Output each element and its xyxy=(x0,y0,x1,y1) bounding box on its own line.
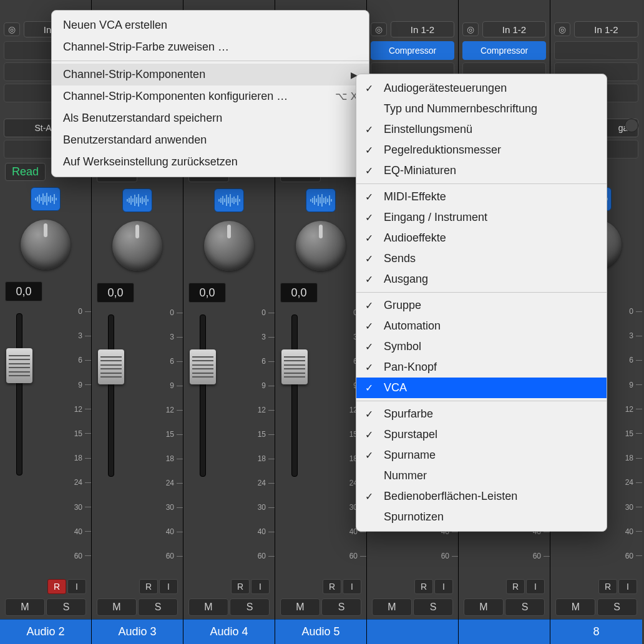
audio-fx-slot[interactable] xyxy=(554,41,638,60)
submenu-item[interactable]: Nummer xyxy=(356,466,607,486)
stereo-icon[interactable]: ◎ xyxy=(554,22,570,36)
record-enable-button[interactable]: R xyxy=(231,579,250,594)
submenu-item[interactable]: ✓EQ-Miniaturen xyxy=(356,160,607,181)
submenu-item[interactable]: ✓Bedienoberflächen-Leisten xyxy=(356,486,607,507)
submenu-item[interactable]: Typ und Nummernbeschriftung xyxy=(356,99,607,119)
input-routing-button[interactable]: In 1-2 xyxy=(574,21,638,37)
track-icon[interactable] xyxy=(122,188,152,212)
pan-knob[interactable] xyxy=(204,221,254,271)
submenu-item[interactable]: ✓Automation xyxy=(356,316,607,336)
solo-button[interactable]: S xyxy=(230,598,270,616)
context-menu-channel-strip[interactable]: Neuen VCA erstellenChannel-Strip-Farbe z… xyxy=(51,10,369,177)
record-enable-button[interactable]: R xyxy=(598,579,617,594)
audio-fx-slot[interactable]: Compressor xyxy=(371,41,454,60)
mute-button[interactable]: M xyxy=(97,598,137,616)
fader-cap[interactable] xyxy=(6,348,32,383)
input-monitor-button[interactable]: I xyxy=(159,579,178,594)
track-name[interactable]: Audio 4 xyxy=(183,619,275,644)
meter-clip-indicator[interactable] xyxy=(625,119,638,132)
input-monitor-button[interactable]: I xyxy=(251,579,270,594)
fader-cap[interactable] xyxy=(281,349,308,384)
track-name[interactable]: Audio 2 xyxy=(0,619,91,644)
fader-track[interactable] xyxy=(16,313,22,476)
submenu-item[interactable]: ✓Audiogerätesteuerungen xyxy=(356,78,607,99)
fader-tick: 18 xyxy=(145,454,183,463)
menu-item[interactable]: Als Benutzerstandard speichern xyxy=(52,107,369,129)
fader-tick: 12 xyxy=(605,405,642,414)
record-enable-button[interactable]: R xyxy=(139,579,158,594)
track-icon[interactable] xyxy=(214,188,244,212)
record-enable-button[interactable]: R xyxy=(414,579,433,594)
mute-button[interactable]: M xyxy=(555,598,595,616)
stereo-icon[interactable]: ◎ xyxy=(4,22,20,36)
submenu-item[interactable]: ✓Symbol xyxy=(356,336,607,357)
input-monitor-button[interactable]: I xyxy=(434,579,453,594)
audio-fx-slot[interactable]: Compressor xyxy=(462,41,546,60)
fader-cap[interactable] xyxy=(190,349,216,384)
input-monitor-button[interactable]: I xyxy=(67,579,86,594)
submenu-item[interactable]: ✓Einstellungsmenü xyxy=(356,119,607,140)
submenu-item[interactable]: ✓Audioeffekte xyxy=(356,228,607,248)
fader-cap[interactable] xyxy=(98,349,124,384)
record-enable-button[interactable]: R xyxy=(323,579,341,594)
menu-item[interactable]: Neuen VCA erstellen xyxy=(52,14,369,36)
submenu-item[interactable]: ✓MIDI-Effekte xyxy=(356,187,607,207)
pan-knob[interactable] xyxy=(21,220,71,270)
submenu-item[interactable]: ✓Pan-Knopf xyxy=(356,357,607,378)
track-icon[interactable] xyxy=(306,188,336,212)
fader-track[interactable] xyxy=(200,315,206,477)
submenu-item[interactable]: Spurnotizen xyxy=(356,507,607,527)
input-monitor-button[interactable]: I xyxy=(618,579,637,594)
track-name[interactable]: Audio 5 xyxy=(275,619,366,644)
input-monitor-button[interactable]: I xyxy=(343,579,361,594)
solo-button[interactable]: S xyxy=(321,598,361,616)
pan-knob[interactable] xyxy=(296,221,346,271)
db-readout: 0,0 xyxy=(280,283,318,303)
fader-tick: 12 xyxy=(54,405,91,414)
input-routing-button[interactable]: In 1-2 xyxy=(391,21,454,37)
pan-knob[interactable] xyxy=(112,221,162,271)
mute-button[interactable]: M xyxy=(188,598,228,616)
solo-button[interactable]: S xyxy=(46,598,86,616)
check-icon: ✓ xyxy=(365,382,373,394)
fader-track[interactable] xyxy=(108,315,114,477)
submenu-item[interactable]: ✓Pegelreduktionsmesser xyxy=(356,140,607,160)
submenu-item[interactable]: ✓Spurfarbe xyxy=(356,404,607,424)
menu-item[interactable]: Channel-Strip-Komponenten konfigurieren … xyxy=(52,85,369,107)
menu-item[interactable]: Auf Werkseinstellung zurücksetzen xyxy=(52,151,369,173)
track-name[interactable] xyxy=(367,619,458,644)
solo-button[interactable]: S xyxy=(505,598,545,616)
menu-item[interactable]: Benutzerstandard anwenden xyxy=(52,129,369,151)
submenu-item[interactable]: ✓VCA xyxy=(356,378,607,398)
solo-button[interactable]: S xyxy=(138,598,178,616)
input-routing-button[interactable]: In 1-2 xyxy=(482,21,546,37)
submenu-channel-strip-components[interactable]: ✓AudiogerätesteuerungenTyp und Nummernbe… xyxy=(356,74,607,532)
solo-button[interactable]: S xyxy=(413,598,453,616)
solo-button[interactable]: S xyxy=(597,598,637,616)
submenu-item[interactable]: ✓Eingang / Instrument xyxy=(356,207,607,228)
submenu-item[interactable]: ✓Gruppe xyxy=(356,295,607,316)
submenu-item[interactable]: ✓Spurname xyxy=(356,445,607,466)
mute-button[interactable]: M xyxy=(280,598,320,616)
input-monitor-button[interactable]: I xyxy=(526,579,545,594)
record-enable-button[interactable]: R xyxy=(47,579,66,594)
submenu-item[interactable]: ✓Ausgang xyxy=(356,269,607,290)
track-icon[interactable] xyxy=(31,187,61,211)
submenu-item[interactable]: ✓Sends xyxy=(356,248,607,269)
menu-item[interactable]: Channel-Strip-Komponenten▶ xyxy=(52,64,369,85)
record-enable-button[interactable]: R xyxy=(506,579,525,594)
menu-item-label: Neuen VCA erstellen xyxy=(63,19,167,32)
submenu-item[interactable]: ✓Spurstapel xyxy=(356,424,607,445)
mute-button[interactable]: M xyxy=(372,598,412,616)
menu-item[interactable]: Channel-Strip-Farbe zuweisen … xyxy=(52,36,369,58)
track-name[interactable] xyxy=(459,619,550,644)
automation-mode-button[interactable]: Read xyxy=(5,163,46,181)
track-name[interactable]: Audio 3 xyxy=(92,619,183,644)
fader-track[interactable] xyxy=(291,315,298,477)
fader-tick: 24 xyxy=(237,479,275,487)
mute-button[interactable]: M xyxy=(5,598,45,616)
stereo-icon[interactable]: ◎ xyxy=(462,22,479,36)
track-name[interactable]: 8 xyxy=(550,619,642,644)
mute-button[interactable]: M xyxy=(464,598,504,616)
stereo-icon[interactable]: ◎ xyxy=(371,22,387,36)
